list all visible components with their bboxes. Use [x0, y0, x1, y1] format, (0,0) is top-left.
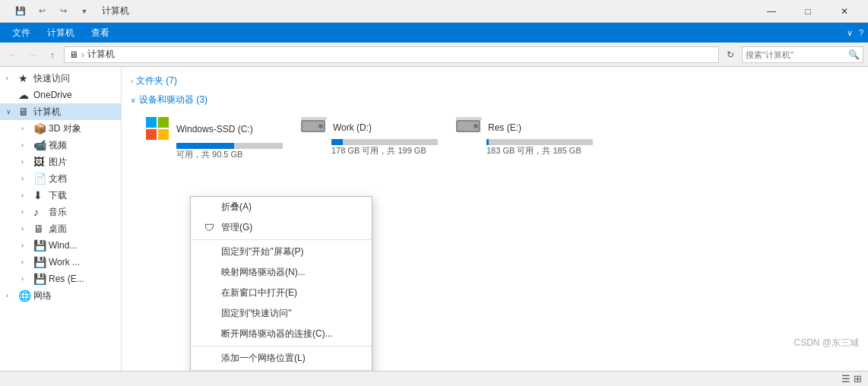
sidebar-label-res: Res (E...: [49, 274, 84, 284]
expand-icon-network: ›: [6, 292, 15, 299]
ctx-open-new[interactable]: 在新窗口中打开(E): [191, 283, 372, 303]
sidebar-item-work[interactable]: › 💾 Work ...: [15, 254, 121, 271]
search-icon[interactable]: 🔍: [848, 49, 860, 60]
redo-icon[interactable]: ↪: [55, 3, 71, 20]
drive-d[interactable]: Work (D:) 178 GB 可用，共 199 GB: [298, 114, 435, 163]
address-path: 🖥 › 计算机: [69, 48, 115, 61]
devices-section-label: 设备和驱动器 (3): [139, 93, 207, 106]
expand-icon-3d: ›: [21, 125, 30, 132]
sidebar-label-network: 网络: [33, 290, 52, 302]
ctx-sep-3: [191, 370, 372, 371]
ctx-collapse[interactable]: 折叠(A): [191, 197, 372, 217]
sidebar-item-res[interactable]: › 💾 Res (E...: [15, 271, 121, 287]
address-input[interactable]: 🖥 › 计算机: [64, 46, 719, 63]
minimize-button[interactable]: —: [754, 0, 789, 23]
main-layout: › ★ 快速访问 ☁ OneDrive ∨ 🖥 计算机 › 📦 3D 对象 › …: [0, 67, 868, 371]
maximize-button[interactable]: □: [790, 0, 825, 23]
close-button[interactable]: ✕: [827, 0, 862, 23]
ctx-pin-start-label: 固定到"开始"屏幕(P): [221, 245, 304, 258]
res-icon: 💾: [33, 273, 46, 285]
expand-icon-video: ›: [21, 141, 30, 149]
folder-section-label: 文件夹 (7): [136, 74, 177, 87]
sidebar-item-pictures[interactable]: › 🖼 图片: [15, 153, 121, 170]
desktop-icon: 🖥: [33, 223, 46, 235]
sidebar-label-work: Work ...: [49, 257, 80, 267]
devices-section-header[interactable]: ∨ 设备和驱动器 (3): [131, 92, 859, 108]
sidebar-label-documents: 文档: [49, 172, 67, 185]
sidebar-item-video[interactable]: › 📹 视频: [15, 137, 121, 153]
svg-rect-0: [146, 129, 157, 140]
ctx-open-new-label: 在新窗口中打开(E): [221, 286, 297, 299]
drive-d-icon: [301, 117, 327, 138]
sidebar-label-downloads: 下载: [49, 189, 67, 202]
address-bar: ← → ↑ 🖥 › 计算机 ↻ 🔍: [0, 43, 868, 67]
sidebar-item-downloads[interactable]: › ⬇ 下载: [15, 187, 121, 204]
sidebar-item-computer[interactable]: ∨ 🖥 计算机: [0, 103, 121, 120]
refresh-button[interactable]: ↻: [722, 46, 739, 63]
ctx-collapse-icon: [203, 201, 215, 214]
menu-view[interactable]: 查看: [84, 24, 117, 42]
work-icon: 💾: [33, 256, 46, 268]
documents-icon: 📄: [33, 172, 46, 185]
downloads-icon: ⬇: [33, 189, 46, 201]
drive-e-top: Res (E:): [456, 117, 521, 138]
drive-c-icon: [146, 117, 170, 141]
windows-ssd-icon: 💾: [33, 239, 46, 252]
ctx-pin-start-icon: [203, 246, 215, 258]
ctx-add-network-icon: [203, 353, 215, 365]
expand-icon-computer: ∨: [6, 108, 15, 115]
search-input[interactable]: [746, 50, 845, 59]
folder-section: › 文件夹 (7): [131, 73, 859, 89]
search-box: 🔍: [742, 46, 863, 63]
ctx-disconnect[interactable]: 断开网络驱动器的连接(C)...: [191, 324, 372, 344]
back-button[interactable]: ←: [5, 46, 21, 63]
ctx-sep-2: [191, 346, 372, 346]
drive-c[interactable]: Windows-SSD (C:) 可用，共 90.5 GB: [143, 114, 280, 163]
sidebar-item-3d[interactable]: › 📦 3D 对象: [15, 120, 121, 137]
expand-icon-downloads: ›: [21, 191, 30, 199]
title-bar: 💾 ↩ ↪ ▼ 计算机 — □ ✕: [0, 0, 868, 23]
expand-icon-documents: ›: [21, 175, 30, 182]
sidebar-item-network[interactable]: › 🌐 网络: [0, 287, 121, 304]
menu-file[interactable]: 文件: [5, 24, 38, 42]
ctx-manage[interactable]: 🛡 管理(G): [191, 217, 372, 238]
quick-access-icon: ★: [18, 72, 30, 84]
sidebar-label-wssd: Wind...: [49, 240, 77, 251]
ctx-map-drive[interactable]: 映射网络驱动器(N)...: [191, 262, 372, 283]
drive-e-info: 183 GB 可用，共 185 GB: [486, 145, 593, 157]
watermark: CSDN @东三城: [794, 337, 859, 350]
sidebar-item-desktop[interactable]: › 🖥 桌面: [15, 220, 121, 237]
list-view-icon[interactable]: ☰: [841, 373, 851, 384]
sidebar-label-music: 音乐: [49, 206, 67, 219]
ctx-disconnect-icon: [203, 328, 215, 340]
menu-computer[interactable]: 计算机: [40, 24, 82, 42]
forward-button[interactable]: →: [24, 46, 41, 63]
ctx-pin-start[interactable]: 固定到"开始"屏幕(P): [191, 242, 372, 262]
undo-icon[interactable]: ↩: [33, 3, 50, 20]
sidebar-item-windows-ssd[interactable]: › 💾 Wind...: [15, 237, 121, 254]
folder-section-header[interactable]: › 文件夹 (7): [131, 73, 859, 89]
ctx-disconnect-label: 断开网络驱动器的连接(C)...: [221, 327, 333, 340]
sidebar-label-pictures: 图片: [49, 156, 67, 169]
devices-section: ∨ 设备和驱动器 (3): [131, 92, 859, 163]
sidebar-item-documents[interactable]: › 📄 文档: [15, 170, 121, 187]
quick-access-toolbar: 💾 ↩ ↪ ▼: [12, 3, 93, 20]
computer-icon: 🖥: [18, 106, 30, 118]
drive-e[interactable]: Res (E:) 183 GB 可用，共 185 GB: [453, 114, 590, 163]
sidebar-item-onedrive[interactable]: ☁ OneDrive: [0, 87, 121, 103]
ctx-pin-quick[interactable]: 固定到"快速访问": [191, 303, 372, 324]
expand-icon-res: ›: [21, 275, 30, 283]
sidebar-item-music[interactable]: › ♪ 音乐: [15, 204, 121, 220]
pictures-icon: 🖼: [33, 156, 46, 168]
save-icon[interactable]: 💾: [12, 3, 29, 20]
ribbon-collapse-icon[interactable]: ∨: [847, 28, 853, 38]
sidebar-label-quick-access: 快速访问: [33, 72, 70, 85]
dropdown-icon[interactable]: ▼: [76, 3, 93, 20]
sidebar-item-quick-access[interactable]: › ★ 快速访问: [0, 70, 121, 87]
help-icon[interactable]: ?: [859, 28, 863, 37]
up-button[interactable]: ↑: [44, 46, 61, 63]
context-menu: 折叠(A) 🛡 管理(G) 固定到"开始"屏幕(P) 映射网络驱动器(N)...…: [190, 196, 372, 371]
grid-view-icon[interactable]: ⊞: [854, 373, 862, 384]
title-bar-left: 💾 ↩ ↪ ▼ 计算机: [6, 3, 129, 20]
ctx-add-network[interactable]: 添加一个网络位置(L): [191, 348, 372, 369]
